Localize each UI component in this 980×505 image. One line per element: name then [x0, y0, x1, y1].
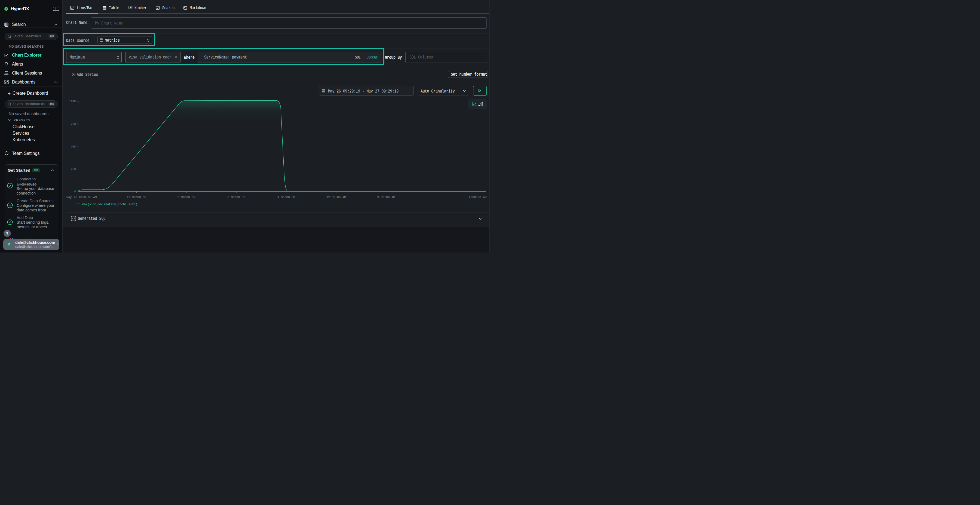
svg-text:75K: 75K — [70, 122, 76, 126]
svg-text:12:30:00 PM: 12:30:00 PM — [127, 195, 146, 199]
svg-text:3:30:00 PM: 3:30:00 PM — [178, 195, 196, 199]
svg-text:6:30:00 PM: 6:30:00 PM — [227, 195, 245, 199]
svg-text:9:30:00 PM: 9:30:00 PM — [277, 195, 295, 199]
svg-text:0: 0 — [74, 190, 76, 193]
svg-text:May 26 9:00:00 AM: May 26 9:00:00 AM — [67, 195, 97, 199]
svg-text:3:30:00 AM: 3:30:00 AM — [377, 195, 395, 199]
svg-text:9:00:00 AM: 9:00:00 AM — [469, 195, 487, 199]
svg-text:12:30:00 AM: 12:30:00 AM — [326, 195, 346, 199]
svg-text:100K: 100K — [69, 100, 76, 103]
svg-text:50K: 50K — [70, 145, 76, 148]
svg-text:25K: 25K — [70, 168, 76, 171]
svg-text:max(visa_validation_cache.size: max(visa_validation_cache.size) — [82, 203, 137, 206]
